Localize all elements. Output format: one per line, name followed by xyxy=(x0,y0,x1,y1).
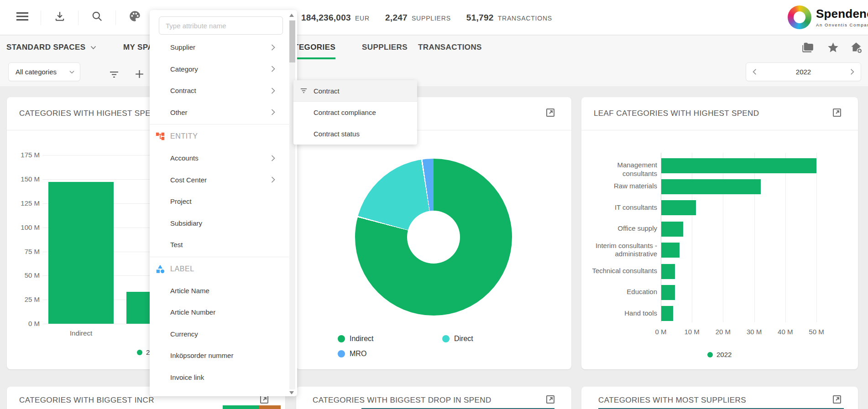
chevron-right-icon xyxy=(271,65,275,72)
scrollbar-thumb[interactable] xyxy=(289,21,295,62)
attribute-item-accounts[interactable]: Accounts xyxy=(150,147,289,169)
y-axis-label: Technical consultants xyxy=(585,267,657,275)
y-axis-tick: 125 M xyxy=(16,199,40,207)
bar-office-supply[interactable] xyxy=(661,222,683,237)
workspace-nav: STANDARD SPACES MY SPA CATEGORIESSUPPLIE… xyxy=(0,36,868,59)
category-filter-value: All categories xyxy=(16,68,57,76)
attribute-item-label: Contract xyxy=(170,87,196,94)
legend-item-mro[interactable]: MRO xyxy=(338,350,366,358)
search-icon xyxy=(91,10,103,24)
favorites-button[interactable] xyxy=(826,41,840,55)
card-biggest-drop: CATEGORIES WITH BIGGEST DROP IN SPEND xyxy=(296,387,571,409)
attribute-item-currency[interactable]: Currency xyxy=(150,323,289,345)
scrollbar-track[interactable] xyxy=(289,20,295,389)
legend-item-direct[interactable]: Direct xyxy=(442,335,473,343)
legend-label: MRO xyxy=(350,350,366,358)
section-label: LABEL xyxy=(170,265,194,273)
theme-palette-button[interactable] xyxy=(128,10,141,24)
expand-icon[interactable] xyxy=(545,107,556,118)
search-button[interactable] xyxy=(90,10,104,24)
gridline xyxy=(754,153,755,322)
bar-it-consultants[interactable] xyxy=(661,200,696,215)
attribute-item-label: Inköpsorder nummer xyxy=(170,352,233,359)
y-axis-tick: 50 M xyxy=(16,271,40,279)
tab-suppliers[interactable]: SUPPLIERS xyxy=(362,36,408,59)
attribute-item-supplier[interactable]: Supplier xyxy=(150,36,289,58)
hamburger-menu-button[interactable] xyxy=(16,10,29,24)
chevron-down-icon xyxy=(86,43,96,52)
bar-education[interactable] xyxy=(661,285,675,300)
submenu-item-label: Contract status xyxy=(314,130,360,138)
attribute-item-subsidiary[interactable]: Subsidiary xyxy=(150,212,289,234)
add-home-dashboard-button[interactable] xyxy=(849,41,863,55)
spendency-logo-ring-icon xyxy=(788,5,811,29)
attribute-item-label: Accounts xyxy=(170,154,199,162)
divider xyxy=(41,10,41,25)
x-axis-label: Indirect xyxy=(30,329,132,337)
legend-item-indirect[interactable]: Indirect xyxy=(338,335,373,343)
scroll-down-icon[interactable] xyxy=(289,391,294,394)
year-selector: 2022 xyxy=(746,62,861,81)
standard-spaces-dropdown[interactable]: STANDARD SPACES xyxy=(6,36,96,59)
y-axis-tick: 75 M xyxy=(16,248,40,255)
filter-button[interactable] xyxy=(107,68,121,82)
chevron-right-icon xyxy=(271,109,275,116)
summary-stats: 184,236,003EUR2,247SUPPLIERS51,792TRANSA… xyxy=(301,0,568,35)
stat-value: 51,792 xyxy=(466,13,494,23)
card-title: CATEGORIES WITH BIGGEST INCR xyxy=(19,396,154,405)
scroll-up-icon[interactable] xyxy=(289,14,294,17)
attribute-item-article-number[interactable]: Article Number xyxy=(150,301,289,323)
download-button[interactable] xyxy=(53,10,67,24)
bar-management-consultants[interactable] xyxy=(661,158,816,173)
stat-eur: 184,236,003EUR xyxy=(301,13,370,23)
attribute-search-input[interactable] xyxy=(159,16,283,35)
chart-sliver xyxy=(223,405,259,409)
submenu-item-contract-status[interactable]: Contract status xyxy=(293,123,417,145)
attribute-item-project[interactable]: Project xyxy=(150,191,289,212)
attribute-item-test[interactable]: Test xyxy=(150,234,289,256)
submenu-item-contract[interactable]: Contract xyxy=(293,80,417,102)
chart-legend: 2022 xyxy=(707,351,732,358)
attribute-item-contract[interactable]: Contract xyxy=(150,80,289,102)
submenu-item-contract-compliance[interactable]: Contract compliance xyxy=(293,102,417,123)
add-filter-button[interactable] xyxy=(132,68,146,82)
logo-tagline: An Onventis Company xyxy=(816,22,868,27)
section-label: ENTITY xyxy=(170,132,198,140)
y-axis-label: Office supply xyxy=(585,224,657,233)
expand-icon[interactable] xyxy=(831,394,842,405)
bar-raw-materials[interactable] xyxy=(661,179,761,194)
next-year-button[interactable] xyxy=(850,68,854,75)
bar-technical-consultants[interactable] xyxy=(661,264,675,279)
legend-dot xyxy=(442,335,450,342)
my-spaces-dropdown[interactable]: MY SPA xyxy=(123,36,153,59)
hamburger-icon xyxy=(16,12,28,23)
standard-spaces-label: STANDARD SPACES xyxy=(6,43,86,52)
divider xyxy=(581,130,858,130)
bar-Indirect[interactable] xyxy=(48,182,114,324)
legend-dot xyxy=(338,335,345,342)
attribute-item-category[interactable]: Category xyxy=(150,58,289,80)
filter-icon xyxy=(300,88,308,95)
bar-hand-tools[interactable] xyxy=(661,306,673,321)
chevron-right-icon xyxy=(271,44,275,51)
category-filter-dropdown[interactable]: All categories xyxy=(8,62,80,81)
attribute-item-label: Currency xyxy=(170,330,198,338)
attribute-item-other[interactable]: Other xyxy=(150,102,289,124)
stat-transactions: 51,792TRANSACTIONS xyxy=(466,13,552,23)
expand-icon[interactable] xyxy=(545,394,556,405)
attribute-item-cost-center[interactable]: Cost Center xyxy=(150,169,289,191)
x-axis-tick: 10 M xyxy=(682,328,702,336)
expand-icon[interactable] xyxy=(831,107,842,118)
attribute-section-label: LABEL xyxy=(150,258,289,280)
my-spaces-label: MY SPA xyxy=(123,43,153,52)
filter-bar: All categories 2022 xyxy=(0,59,868,86)
spaces-folder-button[interactable] xyxy=(800,41,814,55)
attribute-item-label: Other xyxy=(170,109,188,116)
attribute-item-invoice-link[interactable]: Invoice link xyxy=(150,367,289,388)
tab-transactions[interactable]: TRANSACTIONS xyxy=(418,36,482,59)
bar-interim-consultants-administrative[interactable] xyxy=(661,243,680,258)
previous-year-button[interactable] xyxy=(753,68,757,75)
card-leaf-categories: LEAF CATEGORIES WITH HIGHEST SPEND 0 M10… xyxy=(581,97,858,369)
attribute-item-article-name[interactable]: Article Name xyxy=(150,280,289,302)
attribute-item-ink-psorder-nummer[interactable]: Inköpsorder nummer xyxy=(150,345,289,367)
